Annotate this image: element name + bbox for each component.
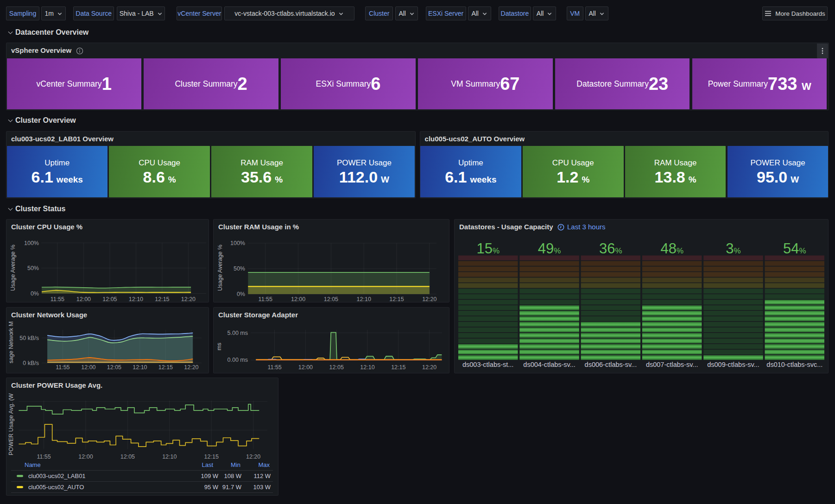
svg-text:Name: Name: [25, 461, 41, 468]
svg-text:11:55: 11:55: [37, 454, 51, 460]
svg-text:ds010-ctlabs-svc...: ds010-ctlabs-svc...: [766, 361, 822, 368]
svg-text:112 W: 112 W: [253, 472, 271, 479]
svg-text:12:15: 12:15: [204, 454, 219, 460]
svg-text:clu003-ucs02_LAB01: clu003-ucs02_LAB01: [28, 472, 86, 479]
svg-text:12:00: 12:00: [81, 364, 95, 371]
svg-text:ds009-ctlabs-sv...: ds009-ctlabs-sv...: [707, 361, 759, 368]
svg-text:Max: Max: [258, 461, 270, 468]
svg-text:Min: Min: [231, 461, 240, 468]
svg-text:50 kB/s: 50 kB/s: [19, 335, 39, 341]
svg-text:50%: 50%: [27, 265, 39, 271]
svg-text:ms: ms: [216, 343, 222, 351]
svg-text:12:00: 12:00: [298, 364, 313, 371]
svg-text:100%: 100%: [24, 240, 39, 246]
svg-text:12:10: 12:10: [357, 296, 371, 302]
svg-text:5.00 ms: 5.00 ms: [228, 330, 248, 336]
svg-text:12:20: 12:20: [181, 296, 196, 302]
svg-text:12:15: 12:15: [391, 364, 405, 371]
svg-text:3%: 3%: [726, 240, 740, 257]
svg-text:108 W: 108 W: [224, 472, 241, 479]
svg-text:0%: 0%: [237, 291, 245, 297]
svg-text:POWER Usage Avg. (W: POWER Usage Avg. (W: [8, 393, 14, 455]
svg-text:12:15: 12:15: [389, 296, 404, 302]
svg-text:48%: 48%: [660, 240, 683, 257]
svg-text:12:05: 12:05: [324, 296, 338, 302]
svg-text:12:00: 12:00: [78, 454, 93, 460]
svg-text:109 W: 109 W: [201, 472, 218, 479]
svg-text:11:55: 11:55: [56, 364, 70, 371]
svg-text:12:10: 12:10: [162, 454, 177, 460]
svg-text:12:05: 12:05: [107, 364, 121, 371]
svg-text:36%: 36%: [599, 240, 622, 257]
svg-text:12:00: 12:00: [291, 296, 305, 302]
svg-text:100%: 100%: [230, 240, 245, 246]
svg-text:ds003-ctlabs-st...: ds003-ctlabs-st...: [462, 361, 513, 368]
svg-text:12:15: 12:15: [158, 364, 173, 371]
svg-text:clu005-ucs02_AUTO: clu005-ucs02_AUTO: [28, 484, 84, 491]
svg-text:91.7 W: 91.7 W: [222, 484, 242, 491]
svg-text:11:55: 11:55: [259, 296, 272, 302]
svg-text:11:55: 11:55: [51, 296, 64, 302]
svg-text:49%: 49%: [538, 240, 561, 257]
svg-text:50%: 50%: [234, 265, 245, 272]
svg-text:12:10: 12:10: [360, 364, 374, 371]
svg-text:Last: Last: [202, 461, 213, 468]
svg-text:0.00 ms: 0.00 ms: [228, 357, 248, 363]
svg-text:103 W: 103 W: [253, 484, 271, 491]
svg-text:54%: 54%: [783, 240, 806, 257]
svg-text:12:05: 12:05: [102, 296, 117, 302]
svg-text:12:20: 12:20: [422, 364, 436, 371]
svg-text:11:55: 11:55: [267, 364, 281, 371]
svg-text:12:05: 12:05: [329, 364, 344, 371]
svg-text:12:20: 12:20: [246, 454, 260, 460]
svg-text:Usage Average %: Usage Average %: [217, 245, 223, 291]
svg-text:ds006-ctlabs-sv...: ds006-ctlabs-sv...: [585, 361, 637, 368]
svg-text:0 kB/s: 0 kB/s: [23, 360, 39, 366]
svg-text:0%: 0%: [31, 290, 39, 297]
svg-text:Usage Average %: Usage Average %: [10, 245, 16, 291]
svg-text:12:15: 12:15: [155, 296, 169, 302]
svg-text:12:20: 12:20: [184, 364, 198, 371]
svg-text:12:10: 12:10: [129, 296, 143, 302]
svg-text:12:05: 12:05: [120, 454, 135, 460]
svg-text:12:00: 12:00: [76, 296, 91, 302]
svg-text:12:20: 12:20: [422, 296, 436, 302]
svg-text:ds004-ctlabs-sv...: ds004-ctlabs-sv...: [523, 361, 576, 368]
svg-text:sage Network M: sage Network M: [8, 321, 14, 363]
svg-text:15%: 15%: [476, 240, 500, 257]
svg-text:95 W: 95 W: [204, 484, 219, 491]
svg-text:12:10: 12:10: [133, 364, 147, 371]
svg-text:ds007-ctlabs-sv...: ds007-ctlabs-sv...: [646, 361, 698, 368]
